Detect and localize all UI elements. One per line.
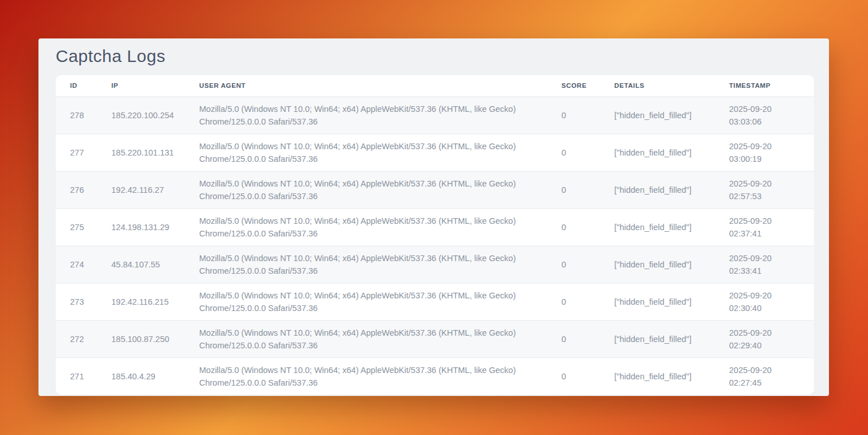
cell-user-agent: Mozilla/5.0 (Windows NT 10.0; Win64; x64… [199,134,561,171]
captcha-logs-table-panel: ID IP USER AGENT SCORE DETAILS TIMESTAMP… [56,75,814,395]
column-header-user-agent: USER AGENT [199,75,561,96]
table-row: 277 185.220.101.131 Mozilla/5.0 (Windows… [56,134,814,171]
timestamp-time: 02:30:40 [729,302,800,314]
column-header-timestamp: TIMESTAMP [729,75,814,96]
cell-ip: 185.220.101.131 [111,134,199,171]
cell-score: 0 [561,358,614,395]
timestamp-time: 02:29:40 [729,339,800,352]
table-row: 272 185.100.87.250 Mozilla/5.0 (Windows … [56,320,814,358]
cell-score: 0 [561,134,614,171]
cell-score: 0 [561,208,614,246]
timestamp-time: 02:33:41 [729,265,800,277]
column-header-ip: IP [111,75,199,96]
cell-details: ["hidden_field_filled"] [614,171,729,208]
table-row: 278 185.220.100.254 Mozilla/5.0 (Windows… [56,96,814,134]
table-row: 274 45.84.107.55 Mozilla/5.0 (Windows NT… [56,246,814,283]
cell-details: ["hidden_field_filled"] [614,283,729,320]
timestamp-date: 2025-09-20 [729,103,800,115]
cell-id: 273 [56,283,111,320]
cell-score: 0 [561,171,614,208]
cell-id: 272 [56,320,111,358]
cell-ip: 192.42.116.215 [111,283,199,320]
timestamp-time: 02:27:45 [729,376,800,389]
cell-details: ["hidden_field_filled"] [614,320,729,358]
timestamp-time: 02:57:53 [729,190,800,203]
cell-id: 274 [56,246,111,283]
cell-id: 278 [56,96,111,134]
cell-details: ["hidden_field_filled"] [614,208,729,246]
timestamp-date: 2025-09-20 [729,252,800,265]
cell-user-agent: Mozilla/5.0 (Windows NT 10.0; Win64; x64… [199,96,561,134]
column-header-details: DETAILS [614,75,729,96]
cell-user-agent: Mozilla/5.0 (Windows NT 10.0; Win64; x64… [199,358,561,395]
cell-timestamp: 2025-09-20 02:30:40 [729,283,814,320]
cell-timestamp: 2025-09-20 02:27:45 [729,358,814,395]
cell-user-agent: Mozilla/5.0 (Windows NT 10.0; Win64; x64… [199,208,561,246]
page-background: { "page": { "title": "Captcha Logs" }, "… [0,0,868,435]
column-header-score: SCORE [561,75,614,96]
cell-ip: 45.84.107.55 [111,246,199,283]
table-body: 278 185.220.100.254 Mozilla/5.0 (Windows… [56,96,814,395]
cell-ip: 185.220.100.254 [111,96,199,134]
cell-score: 0 [561,246,614,283]
cell-timestamp: 2025-09-20 03:00:19 [729,134,814,171]
table-row: 273 192.42.116.215 Mozilla/5.0 (Windows … [56,283,814,320]
cell-timestamp: 2025-09-20 02:57:53 [729,171,814,208]
cell-score: 0 [561,283,614,320]
cell-details: ["hidden_field_filled"] [614,134,729,171]
captcha-logs-table: ID IP USER AGENT SCORE DETAILS TIMESTAMP… [56,75,814,395]
cell-ip: 192.42.116.27 [111,171,199,208]
table-header-row: ID IP USER AGENT SCORE DETAILS TIMESTAMP [56,75,814,96]
cell-ip: 124.198.131.29 [111,208,199,246]
cell-timestamp: 2025-09-20 02:33:41 [729,246,814,283]
table-row: 275 124.198.131.29 Mozilla/5.0 (Windows … [56,208,814,246]
captcha-logs-card: Captcha Logs ID IP USER AGENT SCORE DETA… [38,38,829,396]
table-row: 271 185.40.4.29 Mozilla/5.0 (Windows NT … [56,358,814,395]
timestamp-time: 03:03:06 [729,115,800,128]
cell-user-agent: Mozilla/5.0 (Windows NT 10.0; Win64; x64… [199,320,561,358]
cell-score: 0 [561,320,614,358]
timestamp-time: 03:00:19 [729,153,800,165]
timestamp-date: 2025-09-20 [729,177,800,190]
page-title: Captcha Logs [56,48,814,65]
cell-user-agent: Mozilla/5.0 (Windows NT 10.0; Win64; x64… [199,246,561,283]
cell-timestamp: 2025-09-20 02:29:40 [729,320,814,358]
timestamp-date: 2025-09-20 [729,215,800,227]
timestamp-date: 2025-09-20 [729,140,800,153]
cell-ip: 185.100.87.250 [111,320,199,358]
cell-timestamp: 2025-09-20 02:37:41 [729,208,814,246]
column-header-id: ID [56,75,111,96]
cell-id: 275 [56,208,111,246]
cell-details: ["hidden_field_filled"] [614,96,729,134]
cell-timestamp: 2025-09-20 03:03:06 [729,96,814,134]
table-row: 276 192.42.116.27 Mozilla/5.0 (Windows N… [56,171,814,208]
cell-details: ["hidden_field_filled"] [614,246,729,283]
cell-id: 271 [56,358,111,395]
cell-user-agent: Mozilla/5.0 (Windows NT 10.0; Win64; x64… [199,171,561,208]
timestamp-date: 2025-09-20 [729,289,800,302]
cell-score: 0 [561,96,614,134]
timestamp-date: 2025-09-20 [729,327,800,339]
timestamp-time: 02:37:41 [729,227,800,240]
cell-id: 276 [56,171,111,208]
timestamp-date: 2025-09-20 [729,364,800,376]
cell-ip: 185.40.4.29 [111,358,199,395]
cell-id: 277 [56,134,111,171]
cell-details: ["hidden_field_filled"] [614,358,729,395]
cell-user-agent: Mozilla/5.0 (Windows NT 10.0; Win64; x64… [199,283,561,320]
